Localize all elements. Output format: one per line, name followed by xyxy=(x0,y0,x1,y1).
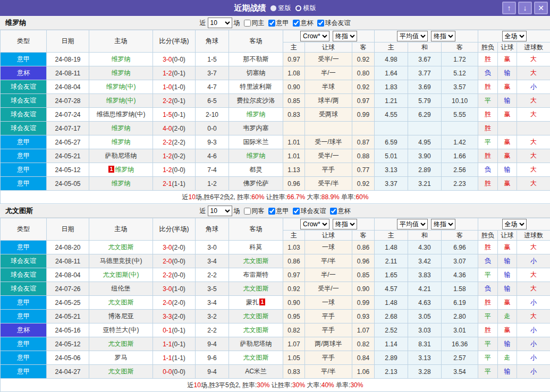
result-handicap: 赢 xyxy=(498,177,517,191)
score-cell: 1-2(0-2) xyxy=(153,149,196,163)
match-date: 24-08-11 xyxy=(47,254,89,268)
europe-odds-home: 1.14 xyxy=(375,337,408,351)
handicap-odds-away: 1.07 xyxy=(352,323,375,337)
home-team-cell: 马德里竞技(中) xyxy=(89,254,153,268)
handicap-line: 平手 xyxy=(305,310,352,323)
score-cell: 3-0(1-0) xyxy=(153,282,196,296)
home-team-name: 纽伦堡 xyxy=(112,285,131,292)
corner-score: 9-3 xyxy=(196,135,229,149)
summary-text-segment: 40% xyxy=(321,381,334,389)
league-badge: 球会友谊 xyxy=(1,80,47,94)
handicap-odds-home: 0.90 xyxy=(283,296,305,310)
result-wdl: 平 xyxy=(478,268,498,282)
match-row: 球会友谊24-08-04尤文图斯(中)2-2(0-0)2-2布雷斯特0.97半/… xyxy=(1,268,550,282)
home-team-name: 尤文图斯(中) xyxy=(103,271,139,278)
subcol-result-goals: 进球数 xyxy=(517,231,550,241)
handicap-odds-home: 0.86 xyxy=(283,254,305,268)
handicap-odds-away: 0.88 xyxy=(352,149,375,163)
home-team-name: 尤文图斯 xyxy=(108,243,134,251)
halftime-score: (0-0) xyxy=(172,271,185,279)
halftime-score: (0-0) xyxy=(172,56,185,63)
same-venue-checkbox[interactable] xyxy=(244,208,251,215)
europe-odds-home: 2.89 xyxy=(375,351,408,365)
bookmaker-select[interactable]: Crow* xyxy=(300,219,329,229)
move-down-button[interactable]: ↓ xyxy=(518,2,532,14)
bookmaker-select[interactable]: Crow* xyxy=(300,31,329,41)
move-up-button[interactable]: ↑ xyxy=(502,2,516,14)
away-team-cell: 尤文图斯 xyxy=(229,282,283,296)
home-team-cell: 博洛尼亚 xyxy=(89,310,153,323)
same-venue-checkbox[interactable] xyxy=(244,20,251,27)
col-header-date: 日期 xyxy=(47,218,89,241)
europe-odds-source-select[interactable]: 平均值 xyxy=(397,219,428,229)
result-goals: 小 xyxy=(517,365,550,379)
league-filter-label: 意甲 xyxy=(276,19,289,28)
col-header-home: 主场 xyxy=(89,218,153,241)
league-filter-checkbox[interactable] xyxy=(317,20,324,27)
europe-odds-away: 2.23 xyxy=(442,177,478,191)
handicap-odds-time-select[interactable]: 终指 xyxy=(333,219,357,229)
handicap-line: 平手 xyxy=(305,163,352,177)
col-header-type: 类型 xyxy=(1,218,47,241)
result-scope-select[interactable]: 全场 xyxy=(502,31,527,41)
corner-score: 1-2 xyxy=(196,177,229,191)
match-date: 24-05-25 xyxy=(47,296,89,310)
europe-odds-time-select[interactable]: 终指 xyxy=(431,219,455,229)
subcol-handicap-away: 客 xyxy=(352,231,375,241)
europe-odds-time-select[interactable]: 终指 xyxy=(431,31,455,41)
handicap-odds-home: 0.90 xyxy=(283,80,305,94)
subcol-europe-draw: 和 xyxy=(408,231,442,241)
europe-odds-away: 2.80 xyxy=(442,310,478,323)
corner-score: 2-10 xyxy=(196,108,229,122)
fulltime-score: 1-1 xyxy=(163,354,172,362)
europe-odds-home: 1.48 xyxy=(375,241,408,254)
recent-count-select[interactable]: 10 xyxy=(208,18,232,28)
league-badge: 意甲 xyxy=(1,163,47,177)
summary-text-segment: 场,胜6平2负2, 胜率: xyxy=(196,193,251,201)
subcol-result-goals: 进球数 xyxy=(517,42,550,53)
league-filter-checkbox[interactable] xyxy=(268,208,275,215)
handicap-odds-group-header: Crow*终指 xyxy=(283,30,375,42)
halftime-score: (2-2) xyxy=(172,139,185,146)
fulltime-score: 3-0 xyxy=(163,285,172,293)
score-cell: 2-1(1-1) xyxy=(153,177,196,191)
away-team-cell: 国际米兰 xyxy=(229,135,283,149)
result-wdl: 负 xyxy=(478,254,498,268)
recent-label: 近 xyxy=(200,207,206,216)
europe-odds-source-select[interactable]: 平均值 xyxy=(397,31,428,41)
handicap-odds-time-select[interactable]: 终指 xyxy=(333,31,357,41)
score-cell: 1-2(0-0) xyxy=(153,163,196,177)
halftime-score: (1-0) xyxy=(172,285,185,293)
europe-odds-away xyxy=(442,122,478,135)
home-team-name: 尤文图斯 xyxy=(108,368,134,375)
league-filter-checkbox[interactable] xyxy=(293,208,300,215)
layout-vertical-radio[interactable]: 竖版 xyxy=(270,4,291,13)
col-header-type: 类型 xyxy=(1,30,47,53)
halftime-score: (0-1) xyxy=(172,111,185,118)
league-filter-checkbox-label: 意杯 xyxy=(291,19,314,28)
europe-odds-away: 1.72 xyxy=(442,53,478,66)
team-name: 尤文图斯 xyxy=(5,206,33,216)
recent-count-select[interactable]: 10 xyxy=(208,206,232,216)
match-row: 意杯24-08-11维罗纳1-2(0-1)3-7切塞纳1.08半/一0.801.… xyxy=(1,66,550,80)
handicap-odds-away: 0.92 xyxy=(352,80,375,94)
away-team-name: 萨勒尼塔纳 xyxy=(240,340,272,347)
summary-cell: 近10场,胜6平2负2, 胜率:60% 让胜率:66.7% 大率:88.9% 单… xyxy=(1,191,550,204)
layout-horizontal-radio[interactable]: 横版 xyxy=(295,4,316,13)
result-handicap: 赢 xyxy=(498,296,517,310)
red-card-badge: 1 xyxy=(108,166,115,173)
results-table: 类型日期主场比分(半场)角球客场Crow*终指平均值终指全场主让球客主和客胜负让… xyxy=(0,218,550,392)
fulltime-score: 1-2 xyxy=(163,70,172,77)
result-scope-select[interactable]: 全场 xyxy=(502,219,527,229)
fulltime-score: 1-5 xyxy=(163,111,172,118)
league-filter-checkbox[interactable] xyxy=(293,20,300,27)
league-filter-checkbox-label: 球会友谊 xyxy=(315,19,351,28)
col-header-date: 日期 xyxy=(47,30,89,53)
league-filter-checkbox[interactable] xyxy=(268,20,275,27)
subcol-result-wdl: 胜负 xyxy=(478,42,498,53)
europe-odds-home: 2.11 xyxy=(375,254,408,268)
result-wdl: 胜 xyxy=(478,122,498,135)
close-button[interactable]: ✕ xyxy=(534,2,548,14)
league-filter-checkbox[interactable] xyxy=(330,208,337,215)
away-team-name: 尤文图斯 xyxy=(243,285,269,292)
